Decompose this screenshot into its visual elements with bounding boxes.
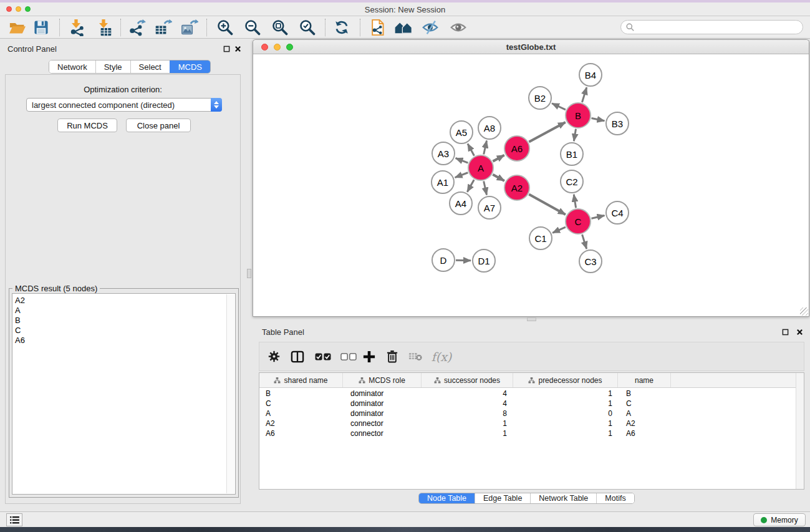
desktop-wallpaper-strip — [0, 527, 810, 532]
import-network-button[interactable] — [65, 18, 87, 37]
graph-node-B2[interactable]: B2 — [528, 86, 552, 110]
result-item[interactable]: B — [12, 316, 235, 326]
graph-node-B[interactable]: B — [565, 102, 591, 128]
hide-selected-button[interactable] — [420, 18, 441, 37]
search-field[interactable] — [620, 20, 803, 34]
column-header-name[interactable]: name — [618, 373, 671, 387]
graph-node-B1[interactable]: B1 — [560, 142, 584, 166]
tab-edge-table[interactable]: Edge Table — [475, 493, 530, 503]
table-float-panel-icon[interactable] — [781, 328, 789, 336]
show-all-networks-button[interactable] — [393, 18, 414, 37]
zoom-selected-button[interactable] — [297, 18, 318, 37]
delete-row-button[interactable] — [383, 342, 401, 370]
close-panel-button[interactable]: Close panel — [126, 118, 191, 132]
add-row-button[interactable] — [360, 342, 378, 370]
graph-node-B3[interactable]: B3 — [605, 112, 629, 135]
result-list-scrollbar[interactable] — [226, 294, 234, 493]
import-table-icon — [95, 19, 112, 36]
graph-node-C1[interactable]: C1 — [529, 226, 552, 250]
graph-node-A2[interactable]: A2 — [504, 175, 530, 201]
graph-node-A4[interactable]: A4 — [449, 191, 473, 215]
network-canvas[interactable]: B4B2BB3A8A5A6A3B1AA1C2A2A4A7C4CC1C3DD1 — [253, 54, 809, 316]
open-session-button[interactable] — [7, 18, 28, 37]
tab-network-table[interactable]: Network Table — [530, 493, 596, 503]
float-panel-icon[interactable] — [223, 45, 230, 52]
graph-node-A8[interactable]: A8 — [478, 116, 501, 140]
table-row[interactable]: A2connector11A2 — [259, 418, 796, 428]
import-network-icon — [67, 19, 85, 36]
graph-node-D[interactable]: D — [432, 248, 455, 272]
graph-node-C[interactable]: C — [565, 208, 591, 235]
result-item[interactable]: A — [12, 306, 235, 316]
show-column-button[interactable] — [288, 342, 307, 370]
column-header-shared-name[interactable]: shared name — [259, 373, 343, 387]
network-window-titlebar[interactable]: testGlobe.txt — [253, 40, 809, 54]
result-item[interactable]: A2 — [12, 296, 235, 306]
deselect-all-button[interactable] — [338, 342, 359, 370]
vertical-splitter-handle[interactable] — [247, 269, 251, 278]
dropdown-stepper-icon — [211, 98, 222, 112]
dropdown-selected-value: largest connected component (directed) — [27, 100, 211, 110]
table-row[interactable]: Cdominator41C — [259, 399, 796, 409]
import-table-button[interactable] — [93, 18, 114, 37]
graph-node-C2[interactable]: C2 — [560, 170, 584, 193]
table-row[interactable]: Adominator80A — [259, 409, 796, 418]
graph-node-A1[interactable]: A1 — [431, 170, 455, 194]
result-item[interactable]: A6 — [12, 336, 235, 346]
table-close-panel-icon[interactable] — [796, 328, 803, 336]
zoom-fit-button[interactable] — [269, 18, 291, 37]
horizontal-splitter-handle[interactable] — [527, 317, 536, 321]
tab-node-table[interactable]: Node Table — [419, 493, 475, 503]
duplicate-network-icon — [369, 19, 385, 36]
graph-node-A6[interactable]: A6 — [504, 135, 530, 162]
gear-icon — [268, 351, 280, 362]
delete-table-button[interactable] — [406, 342, 425, 370]
export-network-button[interactable] — [127, 18, 148, 37]
zoom-in-button[interactable] — [215, 18, 236, 37]
export-image-button[interactable] — [179, 18, 200, 37]
tab-select[interactable]: Select — [130, 60, 170, 73]
graph-node-A7[interactable]: A7 — [478, 196, 501, 220]
memory-button[interactable]: Memory — [753, 513, 806, 526]
result-item[interactable]: C — [12, 326, 235, 336]
column-header-successor-nodes[interactable]: successor nodes — [422, 373, 513, 387]
table-scrollbar[interactable] — [796, 373, 804, 489]
close-panel-icon[interactable] — [234, 45, 241, 52]
graph-node-A[interactable]: A — [468, 155, 494, 181]
graph-node-A3[interactable]: A3 — [432, 142, 455, 165]
tab-motifs[interactable]: Motifs — [596, 493, 634, 503]
column-header-predecessor-nodes[interactable]: predecessor nodes — [513, 373, 618, 387]
graph-node-C4[interactable]: C4 — [605, 201, 629, 225]
column-header-mcds-role[interactable]: MCDS role — [343, 373, 422, 387]
refresh-layout-button[interactable] — [331, 18, 352, 37]
optimization-criterion-dropdown[interactable]: largest connected component (directed) — [26, 98, 222, 112]
run-mcds-button[interactable]: Run MCDS — [57, 118, 117, 132]
function-builder-button[interactable]: f(x) — [429, 342, 454, 370]
toolbar-separator — [120, 19, 121, 36]
select-all-button[interactable] — [312, 342, 334, 370]
graph-node-D1[interactable]: D1 — [472, 249, 496, 273]
graph-node-A5[interactable]: A5 — [450, 120, 473, 144]
mcds-result-title: MCDS result (5 nodes) — [12, 284, 100, 293]
tab-mcds[interactable]: MCDS — [170, 60, 210, 73]
optimization-criterion-label: Optimization criterion: — [5, 85, 241, 94]
zoom-in-icon — [216, 19, 234, 36]
show-selected-button[interactable] — [448, 18, 469, 37]
export-table-button[interactable] — [153, 18, 174, 37]
save-session-button[interactable] — [31, 18, 52, 37]
duplicate-network-button[interactable] — [367, 18, 388, 37]
table-row[interactable]: A6connector11A6 — [259, 428, 796, 438]
graph-node-C3[interactable]: C3 — [579, 249, 602, 273]
task-history-button[interactable] — [6, 513, 22, 526]
export-table-icon — [155, 19, 172, 36]
tab-network[interactable]: Network — [49, 60, 95, 73]
search-input[interactable] — [637, 23, 803, 32]
zoom-out-button[interactable] — [242, 18, 263, 37]
column-header-filler — [671, 373, 796, 387]
graph-node-B4[interactable]: B4 — [579, 63, 602, 87]
mcds-result-list[interactable]: A2 A B C A6 — [12, 293, 236, 495]
table-row[interactable]: Bdominator41B — [259, 389, 796, 399]
table-settings-button[interactable] — [266, 342, 282, 370]
window-resize-grip[interactable] — [800, 307, 808, 316]
tab-style[interactable]: Style — [95, 60, 130, 73]
